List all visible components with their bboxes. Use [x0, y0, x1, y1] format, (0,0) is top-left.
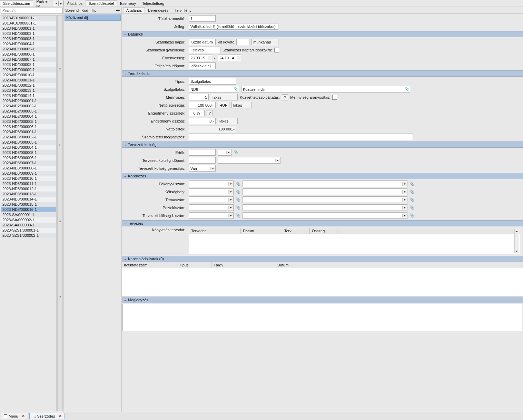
subtab-berendezes[interactable]: Berendezés — [145, 7, 171, 13]
tab-altalanos[interactable]: Általános — [64, 0, 86, 6]
fld-terv-idopont[interactable] — [189, 157, 216, 164]
th-osszeg[interactable]: Összeg — [310, 228, 337, 234]
list-item[interactable]: 2023-ND3/000010-1 — [1, 176, 56, 181]
list-item[interactable]: 2023-ND/000010-1 — [1, 72, 56, 78]
mid-col-tip[interactable]: Típ — [91, 8, 97, 12]
task-menu[interactable]: ☰ Menü ✕ — [1, 413, 28, 419]
scroll-up-icon[interactable]: ▴ — [515, 229, 519, 233]
kapcs-table-body[interactable] — [122, 268, 523, 296]
list-item[interactable]: 2023-ND2/000005-1 — [1, 119, 56, 124]
th-datum[interactable]: Dátum — [241, 228, 282, 234]
mid-next[interactable]: ▸ — [118, 8, 120, 12]
tab-teljesitettseg[interactable]: Teljesítettség — [139, 0, 167, 6]
fld-temaszam-b[interactable]: ▾ — [243, 196, 407, 203]
fld-temaszam-a[interactable]: ▾ — [189, 196, 234, 203]
list-item[interactable]: 2023-ND/000005-1 — [1, 47, 56, 52]
list-item[interactable]: 2023-ND3/000012-1 — [1, 186, 56, 192]
task-szerzodes[interactable]: ⬚ Szerződés ✕ — [29, 413, 65, 419]
list-item[interactable]: 2023-ND/000012-1 — [1, 83, 56, 88]
fld-mennyiseg[interactable] — [189, 94, 209, 100]
section-datumok[interactable]: ⌄ Dátumok — [122, 31, 523, 37]
th-terv[interactable]: Terv — [282, 228, 310, 234]
fld-tetel-azonosito[interactable] — [189, 15, 216, 22]
section-termek[interactable]: ⌄ Termék és ár — [122, 70, 523, 77]
th-targy[interactable]: Tárgy — [211, 262, 275, 268]
fld-terv-gen[interactable]: Van▾ — [189, 165, 216, 172]
list-item[interactable]: 2023-ND/000013-1 — [1, 88, 56, 93]
section-kontirozas[interactable]: ⌄ Kontírozás — [122, 173, 523, 179]
chk-naptari[interactable] — [274, 48, 279, 52]
close-icon[interactable]: ✕ — [22, 414, 25, 418]
subtab-tervteny[interactable]: Terv-Tény — [171, 7, 195, 13]
list-item[interactable]: 2023-ND2/000002-1 — [1, 104, 56, 109]
sidebar-tab-szerzodesszam[interactable]: Szerződésszám — [0, 0, 33, 6]
list-item[interactable]: 2023-ND3/000003-1 — [1, 140, 56, 145]
fld-szamlazas-napja[interactable] — [189, 39, 216, 45]
fld-telj-idopont[interactable] — [189, 62, 216, 69]
list-item[interactable]: 2023-ND3/000001-1 — [1, 129, 56, 135]
subtab-altalanos[interactable]: Általános — [123, 7, 145, 13]
sidebar-tab-partner[interactable]: Partner sz — [33, 0, 54, 8]
list-item[interactable]: 2023-ND/000008-1 — [1, 62, 56, 67]
fld-jelleg[interactable] — [189, 23, 278, 30]
list-item[interactable]: 2023-ND/000006-1 — [1, 52, 56, 57]
fld-erv-to[interactable]: 24.10.14.··· — [218, 55, 241, 61]
list-item[interactable]: 2023-ND3/000016-1 — [1, 207, 56, 212]
list-item[interactable]: 2023-ND/000002-1 — [1, 31, 56, 36]
attach-icon[interactable]: 📎 — [409, 205, 414, 210]
list-item[interactable]: 2023-ND3/000004-1 — [1, 145, 56, 150]
fld-szolg-code[interactable]: ND6 — [189, 87, 234, 91]
fld-ertek-ddl[interactable]: ▾ — [218, 149, 231, 156]
fld-szamlatetel-megj[interactable] — [189, 134, 413, 140]
mid-row-selected[interactable]: Közüzemi díj — [65, 14, 121, 21]
fld-tervezett-f-szam-a[interactable]: ▾ — [189, 212, 234, 219]
list-item[interactable]: 2023-ND/000004-1 — [1, 41, 56, 47]
list-item[interactable]: 2023-ND3/000014-1 — [1, 197, 56, 202]
list-item[interactable]: 2023-ND/000011-1 — [1, 78, 56, 83]
fld-szaml-gyak[interactable] — [189, 47, 220, 53]
close-icon[interactable]: ✕ — [59, 414, 62, 418]
fld-fokonyvi-szam-a[interactable]: ▾ — [189, 180, 234, 187]
fld-koltseghely-a[interactable]: ▾ — [189, 188, 234, 195]
list-item[interactable]: 2013-K01/000001-1 — [1, 21, 56, 26]
fld-koltseghely-b[interactable]: ▾ — [243, 188, 407, 195]
list-item[interactable]: 2023-ND/000014-1 — [1, 93, 56, 98]
list-item[interactable]: 2023-ND2/000006-1 — [1, 124, 56, 129]
sidebar-tab-next[interactable]: ▸ — [59, 1, 63, 6]
attach-icon[interactable]: 📎 — [234, 150, 238, 155]
fld-megjegyzes[interactable] — [122, 304, 522, 331]
mid-col-sorrend[interactable]: Sorrend — [65, 8, 79, 12]
list-item[interactable]: 2023-ND2/000003-1 — [1, 109, 56, 114]
list-item[interactable]: 2013-B01/000001-1 — [1, 16, 56, 21]
list-item[interactable]: 2023-SA/000003-1 — [1, 223, 56, 228]
list-item[interactable]: 2023-ND3/000013-1 — [1, 192, 56, 197]
list-item[interactable]: 2023-ND/000001-1 — [1, 26, 56, 31]
list-item[interactable]: 2023-ND/000009-1 — [1, 67, 56, 72]
tervezes-table-body[interactable] — [189, 234, 520, 254]
scroll-down-icon[interactable]: ▾ — [515, 250, 519, 253]
attach-icon[interactable]: 📎 — [234, 87, 239, 91]
list-item[interactable]: 2023-ND3/000008-1 — [1, 166, 56, 171]
section-kapcs[interactable]: ⌄ Kapcsolódó iratok (0) — [122, 256, 523, 262]
fld-eng-szazalek[interactable] — [189, 110, 205, 116]
sidebar-gutter[interactable]: ⤊ ⤉ ⤋ ⤊ — [57, 15, 63, 411]
fld-szolg-name[interactable]: Közüzemi díj — [241, 87, 405, 91]
fld-eng-osszeg[interactable] — [189, 118, 216, 124]
section-megjegyzes[interactable]: ⌄ Megjegyzés — [122, 297, 523, 303]
list-item[interactable]: 2023-ND3/000002-1 — [1, 135, 56, 140]
attach-icon[interactable]: 📎 — [236, 189, 240, 194]
tab-esemeny[interactable]: Esemény — [117, 0, 139, 6]
list-item[interactable]: 2023-ND3/000006-1 — [1, 155, 56, 160]
fld-netto-egysegar[interactable] — [189, 102, 216, 108]
fld-pozicioszam-b[interactable]: ▾ — [243, 204, 407, 211]
attach-icon[interactable]: 📎 — [409, 189, 414, 194]
section-tervezes[interactable]: ⌄ Tervezés — [122, 220, 523, 226]
list-item[interactable]: 2023-ND2/000001-1 — [1, 98, 56, 104]
attach-icon[interactable]: 📎 — [236, 197, 240, 202]
mid-col-kod[interactable]: Kód — [81, 8, 88, 12]
fld-pozicioszam-a[interactable]: ▾ — [189, 204, 234, 211]
chk-menny-aranyositas[interactable] — [332, 95, 337, 100]
list-item[interactable]: 2023-ND/000007-1 — [1, 57, 56, 62]
list-item[interactable]: 2023-SZS1/000002-1 — [1, 233, 56, 238]
fld-erv-from[interactable]: 23.03.15.··· — [189, 55, 212, 61]
